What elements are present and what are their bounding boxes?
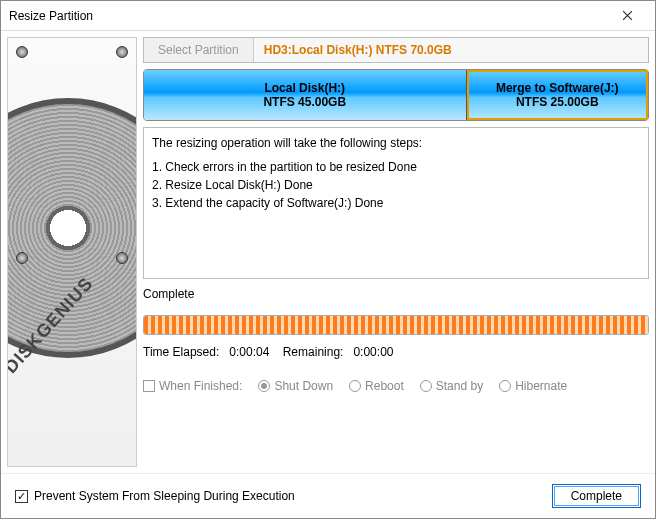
selected-disk-label: HD3:Local Disk(H:) NTFS 70.0GB xyxy=(254,43,462,57)
disk-platter-art xyxy=(7,98,137,358)
screw-icon xyxy=(116,252,128,264)
radio-label: Hibernate xyxy=(515,379,567,393)
when-finished-checkbox[interactable]: When Finished: xyxy=(143,379,242,393)
time-remaining-value: 0:00:00 xyxy=(353,345,393,359)
screw-icon xyxy=(116,46,128,58)
hibernate-radio[interactable]: Hibernate xyxy=(499,379,567,393)
shutdown-radio[interactable]: Shut Down xyxy=(258,379,333,393)
prevent-sleep-label: Prevent System From Sleeping During Exec… xyxy=(34,489,295,503)
radio-icon xyxy=(420,380,432,392)
radio-icon xyxy=(349,380,361,392)
time-elapsed-label: Time Elapsed: xyxy=(143,345,219,359)
partition-selector-row: Select Partition HD3:Local Disk(H:) NTFS… xyxy=(143,37,649,63)
main-panel: Select Partition HD3:Local Disk(H:) NTFS… xyxy=(143,37,649,467)
time-elapsed-value: 0:00:04 xyxy=(229,345,269,359)
step-item: 2. Resize Local Disk(H:) Done xyxy=(152,176,640,194)
dialog-body: DISKGENIUS Select Partition HD3:Local Di… xyxy=(1,31,655,473)
partition-name: Local Disk(H:) xyxy=(264,81,345,95)
radio-icon xyxy=(258,380,270,392)
sidebar-art: DISKGENIUS xyxy=(7,37,137,467)
prevent-sleep-checkbox[interactable]: ✓ Prevent System From Sleeping During Ex… xyxy=(15,489,295,503)
select-partition-button[interactable]: Select Partition xyxy=(144,38,254,62)
steps-intro: The resizing operation will take the fol… xyxy=(152,134,640,152)
time-remaining-label: Remaining: xyxy=(283,345,344,359)
step-item: 1. Check errors in the partition to be r… xyxy=(152,158,640,176)
when-finished-row: When Finished: Shut Down Reboot Stand by… xyxy=(143,379,649,393)
checkbox-icon: ✓ xyxy=(15,490,28,503)
step-item: 3. Extend the capacity of Software(J:) D… xyxy=(152,194,640,212)
time-row: Time Elapsed: 0:00:04 Remaining: 0:00:00 xyxy=(143,345,649,359)
close-icon xyxy=(622,10,633,21)
partition-bar: Local Disk(H:) NTFS 45.00GB Merge to Sof… xyxy=(143,69,649,121)
radio-icon xyxy=(499,380,511,392)
standby-radio[interactable]: Stand by xyxy=(420,379,483,393)
partition-size: NTFS 45.00GB xyxy=(263,95,346,109)
steps-list: The resizing operation will take the fol… xyxy=(143,127,649,279)
reboot-radio[interactable]: Reboot xyxy=(349,379,404,393)
partition-size: NTFS 25.00GB xyxy=(516,95,599,109)
window-title: Resize Partition xyxy=(9,9,93,23)
status-label: Complete xyxy=(143,287,649,301)
complete-button[interactable]: Complete xyxy=(552,484,641,508)
radio-label: Stand by xyxy=(436,379,483,393)
dialog-footer: ✓ Prevent System From Sleeping During Ex… xyxy=(1,473,655,518)
screw-icon xyxy=(16,46,28,58)
partition-segment[interactable]: Merge to Software(J:) NTFS 25.00GB xyxy=(467,70,648,120)
partition-name: Merge to Software(J:) xyxy=(496,81,619,95)
partition-segment[interactable]: Local Disk(H:) NTFS 45.00GB xyxy=(144,70,467,120)
screw-icon xyxy=(16,252,28,264)
titlebar: Resize Partition xyxy=(1,1,655,31)
progress-bar xyxy=(143,315,649,335)
radio-label: Shut Down xyxy=(274,379,333,393)
radio-label: Reboot xyxy=(365,379,404,393)
when-finished-label: When Finished: xyxy=(159,379,242,393)
checkbox-icon xyxy=(143,380,155,392)
progress-fill xyxy=(144,316,648,334)
close-button[interactable] xyxy=(607,2,647,30)
resize-partition-dialog: Resize Partition DISKGENIUS Select Parti… xyxy=(0,0,656,519)
